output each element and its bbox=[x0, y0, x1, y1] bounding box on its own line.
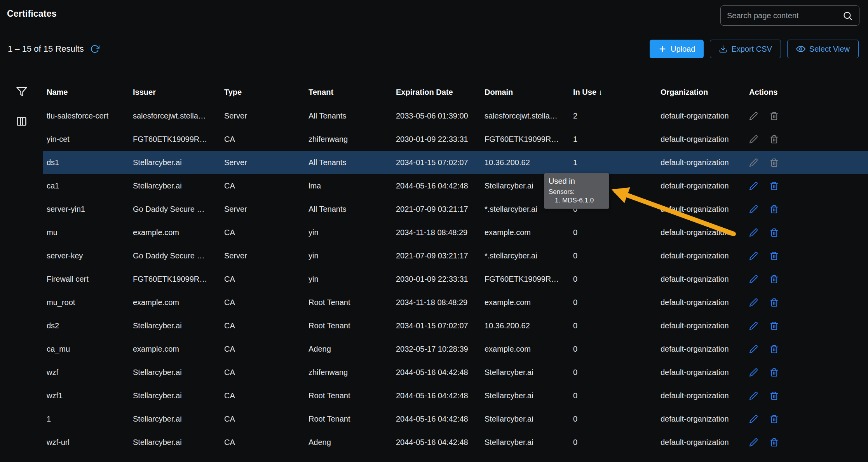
export-csv-button[interactable]: Export CSV bbox=[710, 40, 781, 58]
edit-icon[interactable] bbox=[749, 251, 758, 260]
cell-tenant: zhifenwang bbox=[309, 361, 396, 384]
column-label: Type bbox=[224, 88, 242, 96]
delete-icon[interactable] bbox=[770, 251, 779, 260]
upload-button[interactable]: Upload bbox=[650, 40, 704, 58]
column-header-issuer[interactable]: Issuer bbox=[133, 80, 224, 104]
table-row[interactable]: wzf1 Stellarcyber.ai CA Root Tenant 2044… bbox=[43, 384, 868, 407]
delete-icon[interactable] bbox=[770, 368, 779, 377]
select-view-button[interactable]: Select View bbox=[787, 40, 859, 58]
table-row[interactable]: 1 Stellarcyber.ai CA Root Tenant 2044-05… bbox=[43, 407, 868, 431]
cell-issuer: Go Daddy Secure … bbox=[133, 244, 224, 267]
delete-icon[interactable] bbox=[770, 205, 779, 214]
used-in-tooltip: Used in Sensors: 1. MDS-6.1.0 bbox=[544, 173, 609, 209]
cell-expiration-date: 2021-07-09 03:21:17 bbox=[396, 197, 485, 221]
cell-in-use: 0 bbox=[573, 267, 661, 291]
table-row[interactable]: ds2 Stellarcyber.ai CA Root Tenant 2034-… bbox=[43, 314, 868, 337]
edit-icon bbox=[749, 135, 758, 144]
edit-icon[interactable] bbox=[749, 298, 758, 307]
edit-icon[interactable] bbox=[749, 368, 758, 377]
cell-tenant: yin bbox=[309, 221, 396, 244]
column-label: Name bbox=[47, 88, 68, 96]
edit-icon[interactable] bbox=[749, 181, 758, 190]
column-header-organization[interactable]: Organization bbox=[661, 80, 749, 104]
cell-actions bbox=[749, 384, 868, 407]
cell-actions bbox=[749, 151, 868, 174]
search-icon[interactable] bbox=[842, 10, 853, 21]
cell-actions bbox=[749, 431, 868, 454]
edit-icon[interactable] bbox=[749, 321, 758, 330]
table-row[interactable]: yin-cet FGT60ETK19099R… CA zhifenwang 20… bbox=[43, 127, 868, 151]
edit-icon[interactable] bbox=[749, 391, 758, 400]
refresh-icon[interactable] bbox=[90, 44, 99, 54]
certificates-table: NameIssuerTypeTenantExpiration DateDomai… bbox=[43, 80, 868, 454]
filter-icon[interactable] bbox=[16, 85, 28, 97]
table-row[interactable]: ds1 Stellarcyber.ai Server All Tenants 2… bbox=[43, 151, 868, 174]
table-row[interactable]: server-yin1 Go Daddy Secure … Server All… bbox=[43, 197, 868, 221]
cell-issuer: Stellarcyber.ai bbox=[133, 174, 224, 197]
delete-icon[interactable] bbox=[770, 391, 779, 400]
cell-expiration-date: 2044-05-16 04:42:48 bbox=[396, 431, 485, 454]
cell-domain: 10.36.200.62 bbox=[485, 151, 573, 174]
search-box[interactable] bbox=[720, 5, 859, 26]
cell-name: ds2 bbox=[43, 314, 133, 337]
cell-name: server-yin1 bbox=[43, 197, 133, 221]
column-header-expiration-date[interactable]: Expiration Date bbox=[396, 80, 485, 104]
cell-name: wzf bbox=[43, 361, 133, 384]
cell-expiration-date: 2030-01-09 22:33:31 bbox=[396, 127, 485, 151]
delete-icon[interactable] bbox=[770, 181, 779, 190]
delete-icon[interactable] bbox=[770, 345, 779, 354]
delete-icon[interactable] bbox=[770, 321, 779, 330]
column-header-type[interactable]: Type bbox=[224, 80, 309, 104]
cell-actions bbox=[749, 127, 868, 151]
column-header-in-use[interactable]: In Use↓ bbox=[573, 80, 661, 104]
column-header-actions[interactable]: Actions bbox=[749, 80, 868, 104]
cell-in-use: 1 bbox=[573, 127, 661, 151]
edit-icon[interactable] bbox=[749, 275, 758, 284]
cell-organization: default-organization bbox=[661, 431, 749, 454]
edit-icon bbox=[749, 158, 758, 167]
cell-tenant: Root Tenant bbox=[309, 314, 396, 337]
cell-name: Firewall cert bbox=[43, 267, 133, 291]
column-header-name[interactable]: Name bbox=[43, 80, 133, 104]
edit-icon[interactable] bbox=[749, 205, 758, 214]
table-tool-rail bbox=[0, 80, 43, 454]
cell-tenant: lma bbox=[309, 174, 396, 197]
cell-issuer: FGT60ETK19099R… bbox=[133, 127, 224, 151]
search-input[interactable] bbox=[727, 11, 842, 20]
cell-type: CA bbox=[224, 221, 309, 244]
delete-icon[interactable] bbox=[770, 298, 779, 307]
table-row[interactable]: wzf Stellarcyber.ai CA zhifenwang 2044-0… bbox=[43, 361, 868, 384]
cell-expiration-date: 2044-05-16 04:42:48 bbox=[396, 407, 485, 431]
cell-issuer: example.com bbox=[133, 221, 224, 244]
table-row[interactable]: ca1 Stellarcyber.ai CA lma 2044-05-16 04… bbox=[43, 174, 868, 197]
column-header-tenant[interactable]: Tenant bbox=[309, 80, 396, 104]
edit-icon[interactable] bbox=[749, 345, 758, 354]
table-row[interactable]: mu example.com CA yin 2034-11-18 08:48:2… bbox=[43, 221, 868, 244]
delete-icon[interactable] bbox=[770, 438, 779, 447]
table-row[interactable]: wzf-url Stellarcyber.ai CA Adeng 2044-05… bbox=[43, 431, 868, 454]
column-label: Expiration Date bbox=[396, 88, 453, 96]
edit-icon[interactable] bbox=[749, 415, 758, 424]
table-row[interactable]: server-key Go Daddy Secure … Server yin … bbox=[43, 244, 868, 267]
cell-in-use: 0 bbox=[573, 431, 661, 454]
cell-domain: FGT60ETK19099R… bbox=[485, 267, 573, 291]
delete-icon[interactable] bbox=[770, 275, 779, 284]
table-row[interactable]: Firewall cert FGT60ETK19099R… CA yin 203… bbox=[43, 267, 868, 291]
edit-icon[interactable] bbox=[749, 438, 758, 447]
cell-domain: example.com bbox=[485, 291, 573, 314]
cell-type: CA bbox=[224, 407, 309, 431]
edit-icon[interactable] bbox=[749, 228, 758, 237]
table-row[interactable]: ca_mu example.com CA Adeng 2032-05-17 10… bbox=[43, 337, 868, 361]
plus-icon bbox=[658, 45, 667, 53]
toolbar-buttons: Upload Export CSV Select View bbox=[650, 40, 859, 58]
column-header-domain[interactable]: Domain bbox=[485, 80, 573, 104]
cell-expiration-date: 2021-07-09 03:21:17 bbox=[396, 244, 485, 267]
delete-icon[interactable] bbox=[770, 228, 779, 237]
table-row[interactable]: mu_root example.com CA Root Tenant 2034-… bbox=[43, 291, 868, 314]
cell-organization: default-organization bbox=[661, 384, 749, 407]
delete-icon[interactable] bbox=[770, 415, 779, 424]
columns-icon[interactable] bbox=[16, 116, 27, 127]
cell-type: CA bbox=[224, 314, 309, 337]
cell-expiration-date: 2034-01-15 07:02:07 bbox=[396, 314, 485, 337]
table-row[interactable]: tlu-salesforce-cert salesforcejwt.stella… bbox=[43, 104, 868, 127]
